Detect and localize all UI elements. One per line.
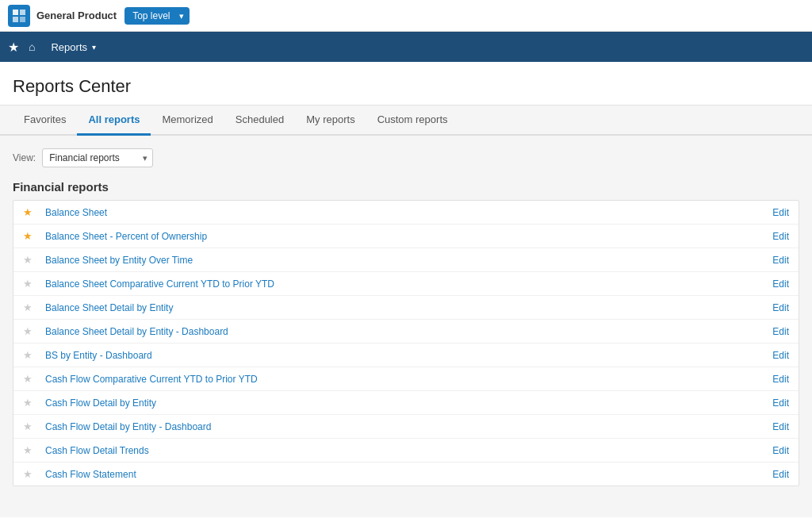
report-star-icon[interactable]: ★ bbox=[23, 254, 37, 266]
tab-scheduled[interactable]: Scheduled bbox=[224, 106, 295, 136]
report-star-icon[interactable]: ★ bbox=[23, 278, 37, 290]
report-star-icon[interactable]: ★ bbox=[23, 230, 37, 242]
report-row: ★Cash Flow StatementEdit bbox=[13, 463, 799, 486]
report-name-link[interactable]: BS by Entity - Dashboard bbox=[45, 350, 772, 361]
view-row: View: Financial reports All reports Tax … bbox=[13, 148, 799, 167]
report-name-link[interactable]: Balance Sheet - Percent of Ownership bbox=[45, 231, 772, 242]
report-edit-button[interactable]: Edit bbox=[772, 350, 789, 361]
report-row: ★Cash Flow Comparative Current YTD to Pr… bbox=[13, 367, 799, 391]
company-name: General Product bbox=[36, 10, 117, 21]
tab-my-reports[interactable]: My reports bbox=[295, 106, 366, 136]
report-edit-button[interactable]: Edit bbox=[772, 374, 789, 385]
page-header: Reports Center bbox=[0, 62, 812, 106]
report-row: ★Cash Flow Detail TrendsEdit bbox=[13, 439, 799, 463]
report-star-icon[interactable]: ★ bbox=[23, 349, 37, 361]
report-edit-button[interactable]: Edit bbox=[772, 469, 789, 480]
page-title: Reports Center bbox=[13, 76, 799, 97]
view-label: View: bbox=[13, 152, 36, 163]
report-edit-button[interactable]: Edit bbox=[772, 231, 789, 242]
report-name-link[interactable]: Balance Sheet Comparative Current YTD to… bbox=[45, 278, 772, 290]
report-name-link[interactable]: Balance Sheet Detail by Entity bbox=[45, 302, 772, 313]
report-name-link[interactable]: Cash Flow Detail by Entity - Dashboard bbox=[45, 421, 772, 432]
report-name-link[interactable]: Cash Flow Detail Trends bbox=[45, 445, 772, 456]
main-content: View: Financial reports All reports Tax … bbox=[0, 136, 812, 517]
report-name-link[interactable]: Balance Sheet by Entity Over Time bbox=[45, 255, 772, 266]
top-bar: General Product Top level bbox=[0, 0, 812, 32]
tab-all-reports[interactable]: All reports bbox=[77, 106, 151, 136]
report-row: ★Balance Sheet - Percent of OwnershipEdi… bbox=[13, 225, 799, 248]
report-edit-button[interactable]: Edit bbox=[772, 278, 789, 290]
view-select-wrapper[interactable]: Financial reports All reports Tax report… bbox=[42, 148, 153, 167]
app-logo bbox=[8, 5, 30, 27]
report-edit-button[interactable]: Edit bbox=[772, 421, 789, 432]
tab-favorites[interactable]: Favorites bbox=[13, 106, 77, 136]
top-level-select[interactable]: Top level bbox=[124, 7, 190, 25]
report-star-icon[interactable]: ★ bbox=[23, 301, 37, 313]
report-row: ★Balance Sheet Detail by EntityEdit bbox=[13, 296, 799, 320]
tab-memorized[interactable]: Memorized bbox=[151, 106, 224, 136]
report-name-link[interactable]: Balance Sheet bbox=[45, 207, 772, 218]
report-star-icon[interactable]: ★ bbox=[23, 397, 37, 409]
svg-rect-2 bbox=[13, 17, 18, 22]
nav-bar: ★ ⌂ Reports ▾ bbox=[0, 32, 812, 62]
report-edit-button[interactable]: Edit bbox=[772, 326, 789, 337]
nav-reports-item[interactable]: Reports ▾ bbox=[44, 41, 102, 53]
report-star-icon[interactable]: ★ bbox=[23, 325, 37, 337]
report-row: ★BS by Entity - DashboardEdit bbox=[13, 344, 799, 367]
report-row: ★Cash Flow Detail by EntityEdit bbox=[13, 391, 799, 415]
report-star-icon[interactable]: ★ bbox=[23, 206, 37, 218]
report-row: ★Balance Sheet by Entity Over TimeEdit bbox=[13, 248, 799, 272]
top-level-select-wrapper[interactable]: Top level bbox=[124, 7, 190, 25]
report-name-link[interactable]: Cash Flow Comparative Current YTD to Pri… bbox=[45, 374, 772, 385]
report-edit-button[interactable]: Edit bbox=[772, 397, 789, 409]
nav-reports-arrow: ▾ bbox=[92, 43, 96, 52]
report-star-icon[interactable]: ★ bbox=[23, 444, 37, 456]
report-row: ★Balance SheetEdit bbox=[13, 201, 799, 225]
report-edit-button[interactable]: Edit bbox=[772, 302, 789, 313]
report-name-link[interactable]: Cash Flow Statement bbox=[45, 469, 772, 480]
report-edit-button[interactable]: Edit bbox=[772, 255, 789, 266]
report-edit-button[interactable]: Edit bbox=[772, 207, 789, 218]
report-name-link[interactable]: Balance Sheet Detail by Entity - Dashboa… bbox=[45, 326, 772, 337]
report-edit-button[interactable]: Edit bbox=[772, 445, 789, 456]
report-star-icon[interactable]: ★ bbox=[23, 420, 37, 432]
tabs-bar: FavoritesAll reportsMemorizedScheduledMy… bbox=[0, 106, 812, 136]
view-select[interactable]: Financial reports All reports Tax report… bbox=[42, 148, 153, 167]
report-name-link[interactable]: Cash Flow Detail by Entity bbox=[45, 397, 772, 409]
svg-rect-1 bbox=[20, 10, 25, 15]
tab-custom-reports[interactable]: Custom reports bbox=[366, 106, 459, 136]
svg-rect-3 bbox=[20, 17, 25, 22]
report-star-icon[interactable]: ★ bbox=[23, 468, 37, 480]
nav-reports-label: Reports bbox=[51, 41, 87, 53]
report-row: ★Balance Sheet Comparative Current YTD t… bbox=[13, 272, 799, 296]
section-heading: Financial reports bbox=[13, 180, 799, 194]
report-row: ★Balance Sheet Detail by Entity - Dashbo… bbox=[13, 320, 799, 344]
nav-home-icon[interactable]: ⌂ bbox=[29, 40, 35, 53]
reports-list: ★Balance SheetEdit★Balance Sheet - Perce… bbox=[13, 200, 799, 486]
report-row: ★Cash Flow Detail by Entity - DashboardE… bbox=[13, 415, 799, 439]
nav-star-icon[interactable]: ★ bbox=[8, 40, 19, 55]
report-star-icon[interactable]: ★ bbox=[23, 373, 37, 385]
svg-rect-0 bbox=[13, 10, 18, 15]
